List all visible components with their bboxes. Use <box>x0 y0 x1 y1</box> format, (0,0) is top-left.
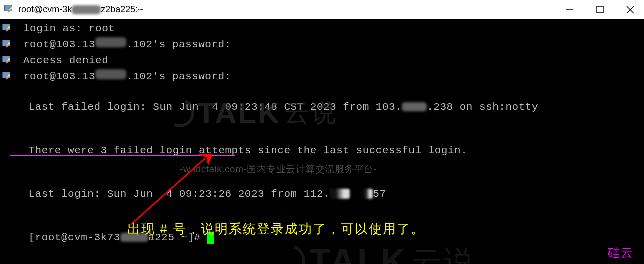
terminal-text: Access denied <box>23 53 108 68</box>
terminal-line: Access denied <box>0 53 644 69</box>
redacted-text <box>363 189 373 199</box>
terminal-line: There were 3 failed login attempts since… <box>0 129 644 172</box>
terminal-line: Last login: Sun Jun 4 09:23:26 2023 from… <box>0 172 644 216</box>
putty-icon <box>2 71 12 85</box>
redacted-text <box>402 102 427 111</box>
putty-icon <box>2 55 12 69</box>
title-prefix: root@cvm-3k <box>18 4 72 14</box>
brand-corner: 硅云 <box>608 245 634 260</box>
terminal-text: root@103.13 <box>23 37 95 52</box>
svg-rect-1 <box>597 6 603 13</box>
prompt-prefix: [root@cvm-3k73 <box>28 232 120 243</box>
maximize-button[interactable] <box>592 3 609 16</box>
window-titlebar: root@cvm-3kz2ba225:~ <box>0 0 644 19</box>
highlight-underline <box>10 155 235 156</box>
putty-icon <box>4 5 14 15</box>
terminal-text: 57 <box>373 188 386 200</box>
terminal-text: Last login: Sun Jun 4 09:23:26 2023 from… <box>28 188 330 200</box>
minimize-button[interactable] <box>562 3 579 16</box>
annotation-text: 出现 # 号，说明系统登录成功了，可以使用了。 <box>127 222 425 236</box>
terminal-line: root@103.13.102's password: <box>0 69 644 85</box>
redacted-text <box>72 5 101 14</box>
terminal-text: Last failed login: Sun Jun 4 09:23:48 CS… <box>28 101 402 113</box>
putty-icon <box>2 23 12 37</box>
terminal-text: root@103.13 <box>23 69 95 84</box>
title-suffix: z2ba225:~ <box>101 4 143 14</box>
window-controls <box>562 3 642 16</box>
redacted-text <box>95 37 126 47</box>
terminal-text: login as: root <box>23 21 115 36</box>
terminal-line: Last failed login: Sun Jun 4 09:23:48 CS… <box>0 85 644 129</box>
window-title: root@cvm-3kz2ba225:~ <box>18 4 562 15</box>
putty-icon <box>2 39 12 53</box>
redacted-text <box>330 189 350 199</box>
terminal-line: root@103.13.102's password: <box>0 37 644 53</box>
terminal-text: .102's password: <box>126 69 231 84</box>
terminal-line: login as: root <box>0 21 644 37</box>
terminal-text: .238 on ssh:notty <box>427 101 538 113</box>
terminal-area[interactable]: TALK 云说 login as: root root@103.13.102's… <box>0 19 644 264</box>
redacted-text <box>95 69 126 79</box>
terminal-text: .102's password: <box>126 37 231 52</box>
close-button[interactable] <box>622 3 639 16</box>
